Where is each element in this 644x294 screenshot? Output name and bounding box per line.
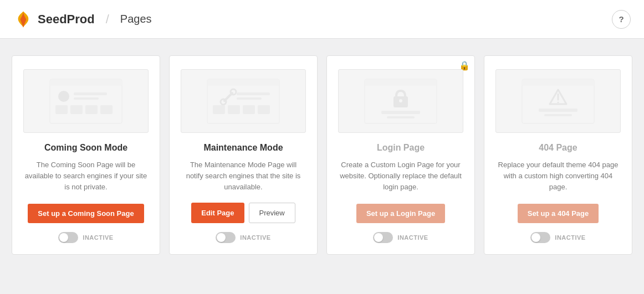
svg-rect-16	[213, 105, 225, 114]
svg-rect-15	[237, 97, 262, 100]
content-area: Coming Soon Mode The Coming Soon Page wi…	[0, 39, 644, 271]
svg-rect-17	[228, 105, 240, 114]
maintenance-toggle-label: INACTIVE	[240, 234, 270, 241]
toggle-row-coming-soon: INACTIVE	[58, 232, 113, 243]
svg-rect-14	[237, 92, 270, 95]
preview-illustration-404	[519, 76, 597, 126]
preview-illustration-maintenance	[205, 76, 282, 126]
coming-soon-primary-btn[interactable]: Set up a Coming Soon Page	[28, 204, 144, 223]
card-desc-login: Create a Custom Login Page for your webs…	[338, 159, 463, 194]
404-toggle[interactable]	[530, 232, 550, 243]
svg-point-30	[558, 101, 559, 103]
card-actions-login: Set up a Login Page	[356, 204, 445, 223]
card-coming-soon: Coming Soon Mode The Coming Soon Page wi…	[12, 55, 160, 255]
toggle-row-404: INACTIVE	[530, 232, 585, 243]
page-title: Pages	[120, 13, 152, 25]
logo-text: SeedProd	[38, 12, 95, 27]
card-title-maintenance: Maintenance Mode	[203, 143, 283, 153]
card-title-login: Login Page	[377, 143, 425, 153]
coming-soon-toggle[interactable]	[58, 232, 78, 243]
svg-rect-32	[544, 114, 572, 116]
maintenance-secondary-btn[interactable]: Preview	[249, 203, 295, 223]
svg-rect-25	[387, 116, 415, 118]
logo-area: SeedProd	[13, 9, 95, 29]
card-login: 🔒 Login Page Create a Custom Login Page …	[326, 55, 475, 255]
card-desc-404: Replace your default theme 404 page with…	[495, 159, 621, 194]
svg-rect-1	[50, 79, 122, 86]
help-label: ?	[619, 14, 623, 24]
divider: /	[106, 12, 109, 27]
svg-rect-21	[365, 79, 437, 86]
card-preview-maintenance	[181, 69, 306, 133]
card-title-coming-soon: Coming Soon Mode	[44, 143, 127, 153]
toggle-row-login: INACTIVE	[373, 232, 428, 243]
svg-point-23	[399, 99, 402, 102]
card-404: 404 Page Replace your default theme 404 …	[484, 55, 632, 255]
card-desc-maintenance: The Maintenance Mode Page will notify se…	[181, 159, 306, 193]
card-actions-404: Set up a 404 Page	[518, 204, 599, 223]
login-toggle-label: INACTIVE	[397, 234, 428, 241]
404-toggle-label: INACTIVE	[555, 234, 585, 241]
toggle-row-maintenance: INACTIVE	[216, 232, 270, 243]
coming-soon-toggle-label: INACTIVE	[83, 234, 113, 241]
card-desc-coming-soon: The Coming Soon Page will be available t…	[23, 159, 149, 194]
card-maintenance: Maintenance Mode The Maintenance Mode Pa…	[169, 55, 318, 255]
svg-rect-5	[55, 105, 68, 114]
help-button[interactable]: ?	[612, 10, 631, 29]
card-actions-maintenance: Edit Page Preview	[191, 203, 295, 223]
header: SeedProd / Pages ?	[0, 0, 644, 39]
login-toggle[interactable]	[373, 232, 393, 243]
maintenance-toggle[interactable]	[216, 232, 236, 243]
cards-grid: Coming Soon Mode The Coming Soon Page wi…	[12, 55, 632, 255]
card-preview-coming-soon	[23, 69, 149, 133]
svg-rect-7	[85, 105, 98, 114]
svg-rect-8	[100, 105, 113, 114]
preview-illustration-coming-soon	[47, 76, 125, 126]
login-primary-btn[interactable]: Set up a Login Page	[356, 204, 445, 223]
svg-rect-10	[207, 79, 279, 86]
svg-rect-3	[74, 92, 107, 95]
svg-rect-24	[381, 111, 420, 114]
svg-rect-18	[243, 105, 255, 114]
svg-rect-27	[522, 79, 594, 86]
svg-rect-4	[74, 97, 99, 100]
svg-rect-31	[539, 109, 577, 112]
header-left: SeedProd / Pages	[13, 9, 152, 29]
svg-rect-6	[70, 105, 83, 114]
seedprod-logo-icon	[13, 9, 33, 29]
maintenance-primary-btn[interactable]: Edit Page	[191, 203, 244, 223]
svg-point-2	[58, 91, 69, 102]
card-title-404: 404 Page	[539, 143, 577, 153]
card-actions-coming-soon: Set up a Coming Soon Page	[28, 204, 144, 223]
card-preview-login	[338, 69, 463, 133]
card-preview-404	[495, 69, 621, 133]
svg-rect-19	[258, 105, 270, 114]
404-primary-btn[interactable]: Set up a 404 Page	[518, 204, 599, 223]
preview-illustration-login	[362, 76, 439, 126]
